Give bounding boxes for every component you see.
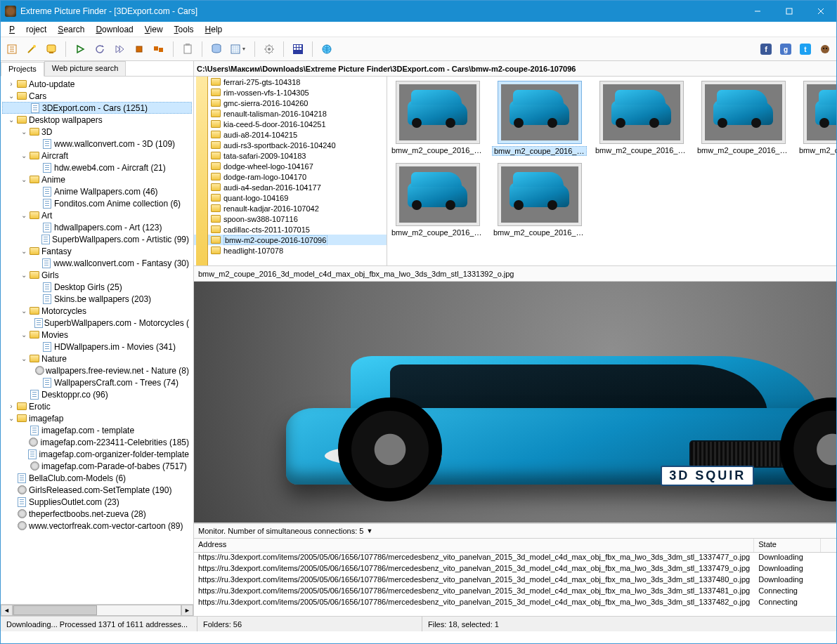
tree-item[interactable]: theperfectboobs.net-zueva (28) (2, 508, 192, 520)
tree-item[interactable]: hdwallpapers.com - Art (123) (2, 221, 192, 233)
download-row[interactable]: https://ru.3dexport.com/items/2005/05/06… (194, 553, 837, 564)
scroll-thumb[interactable] (13, 605, 97, 615)
tree-item[interactable]: HDWallpapers.im - Movies (341) (2, 341, 192, 353)
grid-icon[interactable] (290, 41, 306, 58)
tree-item[interactable]: Fonditos.com Anime collection (6) (2, 197, 192, 209)
tree-item[interactable]: ⌄3D (2, 126, 192, 138)
col-address[interactable]: Address (194, 539, 754, 552)
monitor-dropdown-icon[interactable]: ▼ (366, 527, 372, 534)
facebook-icon[interactable]: f (758, 41, 774, 58)
folder-item[interactable]: audi-a8-2014-104215 (194, 129, 387, 140)
tree-item[interactable]: ›Auto-update (2, 78, 192, 90)
folder-item[interactable]: rim-vossen-vfs-1-104305 (194, 87, 387, 98)
preview-filename-bar[interactable]: bmw_m2_coupe_2016_3d_model_c4d_max_obj_f… (194, 266, 837, 282)
tab-projects[interactable]: Projects (1, 62, 44, 77)
new-project-icon[interactable] (4, 41, 20, 58)
folder-item[interactable]: renault-talisman-2016-104218 (194, 108, 387, 119)
tree-item[interactable]: ⌄Movies (2, 329, 192, 341)
folder-item[interactable]: renault-kadjar-2016-107042 (194, 203, 387, 213)
expand-icon[interactable]: ⌄ (6, 116, 16, 124)
tree-item[interactable]: ⌄Anime (2, 173, 192, 185)
clipboard-icon[interactable] (179, 41, 196, 58)
folder-item[interactable]: audi-rs3-sportback-2016-104240 (194, 140, 387, 150)
calendar-icon[interactable]: ▼ (228, 41, 249, 58)
folder-item[interactable]: bmw-m2-coupe-2016-107096 (194, 235, 387, 245)
folder-item[interactable]: headlight-107078 (194, 245, 387, 256)
folder-item[interactable]: audi-a4-sedan-2016-104177 (194, 182, 387, 192)
thumbnail[interactable]: bmw_m2_coupe_2016_3d... (696, 81, 791, 156)
close-button[interactable] (805, 1, 836, 22)
expand-icon[interactable]: ⌄ (19, 211, 29, 219)
tree-item[interactable]: imagefap.com-Parade-of-babes (7517) (2, 460, 192, 472)
properties-icon[interactable] (43, 41, 60, 58)
tree-item[interactable]: BellaClub.com-Models (6) (2, 472, 192, 484)
download-row[interactable]: https://ru.3dexport.com/items/2005/05/06… (194, 564, 837, 575)
stop-icon[interactable] (131, 41, 148, 58)
tree-item[interactable]: ⌄imagefap (2, 412, 192, 424)
tree-item[interactable]: ⌄Desktop wallpapers (2, 114, 192, 126)
tree-item[interactable]: wallpapers.free-review.net - Nature (8) (2, 364, 192, 376)
tree-hscroll[interactable]: ◄ ► (1, 604, 193, 616)
scroll-right-icon[interactable]: ► (181, 605, 193, 616)
expand-icon[interactable]: ⌄ (19, 247, 29, 255)
download-row[interactable]: https://ru.3dexport.com/items/2005/05/06… (194, 598, 837, 609)
expand-icon[interactable]: ⌄ (19, 307, 29, 315)
folder-item[interactable]: gmc-sierra-2016-104260 (194, 98, 387, 108)
menu-view[interactable]: View (139, 23, 169, 36)
tree-item[interactable]: ›Erotic (2, 400, 192, 412)
expand-icon[interactable]: ⌄ (6, 414, 16, 422)
wizard-icon[interactable] (23, 41, 40, 58)
expand-icon[interactable]: › (6, 402, 16, 410)
download-header[interactable]: Address State Size Progress Speed (194, 539, 837, 553)
menu-help[interactable]: Help (200, 23, 228, 36)
tree-item[interactable]: WallpapersCraft.com - Trees (74) (2, 376, 192, 388)
menu-tools[interactable]: Tools (169, 23, 200, 36)
menu-download[interactable]: Download (90, 23, 138, 36)
globe-icon[interactable] (318, 41, 335, 58)
expand-icon[interactable]: ⌄ (6, 92, 16, 100)
tab-web-search[interactable]: Web picture search (44, 61, 126, 76)
thumbnail[interactable]: bmw_m2_coupe_2016_3d... (798, 81, 837, 156)
tree-item[interactable]: ⌄Cars (2, 90, 192, 102)
maximize-button[interactable] (773, 1, 805, 22)
thumbnail[interactable]: bmw_m2_coupe_2016_3d... (492, 81, 587, 156)
minimize-button[interactable] (741, 1, 773, 22)
skip-icon[interactable] (111, 41, 128, 58)
tree-item[interactable]: 3DExport.com - Cars (1251) (2, 102, 192, 114)
menu-search[interactable]: Search (52, 23, 90, 36)
col-size[interactable]: Size (821, 539, 837, 552)
play-icon[interactable] (72, 41, 89, 58)
tree-item[interactable]: GirlsReleased.com-SetTemplate (190) (2, 484, 192, 496)
tree-item[interactable]: ⌄Art (2, 209, 192, 221)
scroll-left-icon[interactable]: ◄ (1, 605, 13, 616)
folder-item[interactable]: spoon-sw388-107116 (194, 213, 387, 224)
folder-item[interactable]: dodge-wheel-logo-104167 (194, 161, 387, 171)
database-icon[interactable] (208, 41, 225, 58)
folder-item[interactable]: kia-ceed-5-door-2016-104251 (194, 119, 387, 129)
folder-item[interactable]: dodge-ram-logo-104170 (194, 171, 387, 182)
thumbnail[interactable]: bmw_m2_coupe_2016_3d... (390, 163, 485, 237)
tree-item[interactable]: hdw.eweb4.com - Aircraft (21) (2, 162, 192, 173)
folder-item[interactable]: quant-logo-104169 (194, 192, 387, 203)
google-icon[interactable]: g (777, 41, 794, 58)
expand-icon[interactable]: ⌄ (19, 331, 29, 339)
download-row[interactable]: https://ru.3dexport.com/items/2005/05/06… (194, 575, 837, 586)
tree-item[interactable]: www.vectorfreak.com-vector-cartoon (89) (2, 520, 192, 532)
tree-item[interactable]: imagefap.com-organizer-folder-template (2, 448, 192, 460)
project-tree[interactable]: ›Auto-update⌄Cars3DExport.com - Cars (12… (1, 77, 193, 604)
folder-item[interactable]: cadillac-cts-2011-107015 (194, 224, 387, 235)
stop-all-icon[interactable] (150, 41, 167, 58)
tree-item[interactable]: ⌄Nature (2, 353, 192, 364)
thumbnail[interactable]: bmw_m2_coupe_2016_3d... (594, 81, 689, 156)
thumbnail[interactable]: bmw_m2_coupe_2016_3d... (390, 81, 485, 156)
expand-icon[interactable]: ⌄ (19, 271, 29, 279)
tree-item[interactable]: ⌄Girls (2, 269, 192, 281)
folder-item[interactable]: tata-safari-2009-104183 (194, 150, 387, 161)
refresh-icon[interactable] (91, 41, 108, 58)
thumbnail-pane[interactable]: bmw_m2_coupe_2016_3d...bmw_m2_coupe_2016… (387, 77, 837, 265)
monitor-bar[interactable]: Monitor. Number of simultaneous connecti… (194, 523, 837, 539)
expand-icon[interactable]: ⌄ (19, 176, 29, 183)
tree-item[interactable]: SuperbWallpapers.com - Artistic (99) (2, 233, 192, 245)
tree-item[interactable]: ⌄Fantasy (2, 245, 192, 257)
scroll-track[interactable] (13, 605, 181, 616)
